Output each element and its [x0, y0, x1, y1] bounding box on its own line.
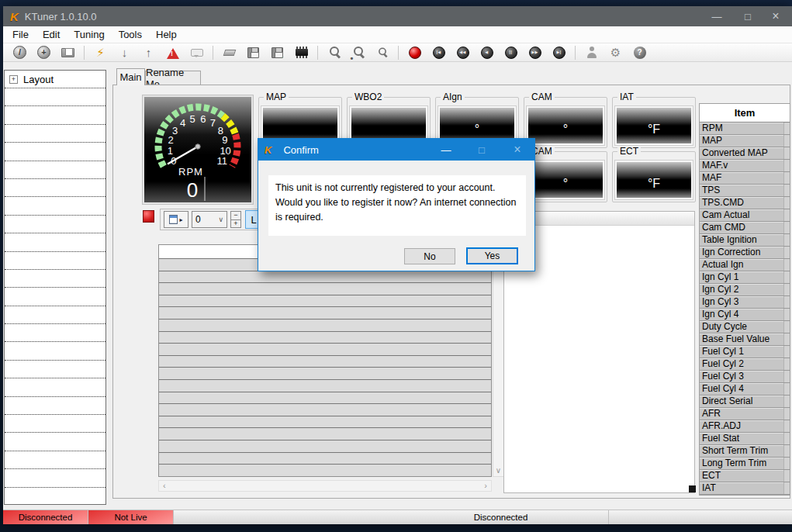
record-icon[interactable] — [403, 44, 427, 61]
close-button[interactable]: × — [763, 6, 789, 26]
item-row-map[interactable]: MAP — [700, 135, 790, 147]
table-horizontal-scrollbar[interactable]: ‹ › — [158, 480, 492, 492]
zoom-out-icon[interactable] — [370, 44, 394, 61]
tune-table-row[interactable] — [159, 356, 491, 368]
item-row-long-term-trim[interactable]: Long Term Trim — [700, 458, 790, 470]
zoom-select-icon[interactable]: • — [346, 44, 370, 61]
scroll-left-icon[interactable]: ‹ — [163, 482, 166, 490]
tab-rename-me[interactable]: Rename Me — [145, 71, 201, 85]
comment-icon[interactable] — [185, 44, 209, 61]
connect-icon[interactable]: + — [32, 44, 56, 61]
tune-table-row[interactable] — [159, 295, 491, 308]
title-bar[interactable]: K KTuner 1.0.10.0 — □ × — [3, 6, 792, 26]
tune-table-row[interactable] — [159, 307, 491, 320]
menu-file[interactable]: File — [5, 26, 36, 43]
item-row-ign-correction[interactable]: Ign Correction — [700, 247, 790, 259]
yes-button[interactable]: Yes — [466, 247, 518, 264]
datalist-panel[interactable]: Item RPMMAPConverted MAPMAF.vMAFTPSTPS.C… — [699, 103, 790, 496]
item-row-base-fuel-value[interactable]: Base Fuel Value — [700, 333, 790, 346]
item-row-ign-cyl-4[interactable]: Ign Cyl 4 — [700, 309, 790, 321]
item-row-actual-ign[interactable]: Actual Ign — [700, 259, 790, 271]
resize-grip[interactable] — [689, 485, 696, 492]
tune-table[interactable]: ∨ — [158, 244, 504, 477]
tune-table-row[interactable] — [159, 271, 491, 284]
item-row-ign-cyl-1[interactable]: Ign Cyl 1 — [700, 271, 790, 284]
tune-table-row[interactable] — [159, 404, 491, 416]
download-icon[interactable]: ↓ — [112, 44, 137, 61]
tune-table-row[interactable] — [159, 283, 491, 295]
item-row-fuel-cyl-3[interactable]: Fuel Cyl 3 — [700, 371, 790, 383]
item-row-fuel-cyl-2[interactable]: Fuel Cyl 2 — [700, 358, 790, 371]
disconnect-icon[interactable]: / — [8, 44, 32, 61]
item-row-direct-serial[interactable]: Direct Serial — [700, 396, 790, 408]
skip-end-icon[interactable]: ▶| — [547, 44, 571, 61]
item-row-converted-map[interactable]: Converted MAP — [700, 147, 790, 160]
tune-table-grid[interactable] — [158, 244, 492, 477]
menu-tools[interactable]: Tools — [112, 26, 149, 43]
item-row-duty-cycle[interactable]: Duty Cycle — [700, 321, 790, 333]
help-icon[interactable]: ? — [628, 44, 652, 61]
erase-icon[interactable] — [217, 44, 241, 61]
stepper-plus-button[interactable]: + — [230, 219, 241, 229]
item-row-ect[interactable]: ECT — [700, 470, 790, 482]
item-row-cam-actual[interactable]: Cam Actual — [700, 209, 790, 222]
item-row-tps[interactable]: TPS — [700, 185, 790, 197]
item-row-afr-adj[interactable]: AFR.ADJ — [700, 420, 790, 433]
warning-icon[interactable]: ! — [161, 44, 185, 61]
table-vertical-scrollbar[interactable]: ∨ — [493, 244, 504, 477]
zoom-icon[interactable] — [322, 44, 346, 61]
gear-select-dropdown[interactable]: 0 ∨ — [192, 211, 227, 228]
user-account-icon[interactable] — [579, 44, 604, 61]
tune-table-row[interactable] — [159, 453, 491, 465]
fast-forward-icon[interactable]: ▶▶ — [523, 44, 547, 61]
dialog-minimize-button[interactable]: — — [431, 139, 462, 161]
item-row-ign-cyl-2[interactable]: Ign Cyl 2 — [700, 284, 790, 296]
save-icon[interactable] — [241, 44, 265, 61]
tune-table-row[interactable] — [159, 416, 491, 429]
item-row-table-ignition[interactable]: Table Ignition — [700, 234, 790, 247]
menu-help[interactable]: Help — [149, 26, 184, 43]
fast-rewind-icon[interactable]: ◀◀ — [451, 44, 475, 61]
upload-icon[interactable]: ↑ — [137, 44, 161, 61]
table-select-button[interactable]: ▸ — [164, 211, 188, 228]
tune-table-row[interactable] — [159, 440, 491, 453]
item-row-fuel-cyl-4[interactable]: Fuel Cyl 4 — [700, 383, 790, 396]
tune-table-row[interactable] — [159, 332, 491, 344]
tune-table-row[interactable] — [159, 368, 491, 380]
pause-icon[interactable]: || — [499, 44, 523, 61]
save-import-icon[interactable]: → — [265, 44, 289, 61]
menu-tuning[interactable]: Tuning — [67, 26, 111, 43]
tune-table-row[interactable] — [159, 380, 491, 392]
settings-icon[interactable]: ⚙ — [604, 44, 628, 61]
menu-edit[interactable]: Edit — [36, 26, 67, 43]
scroll-down-icon[interactable]: ∨ — [496, 466, 501, 475]
tab-main[interactable]: Main — [116, 68, 145, 85]
tune-table-row[interactable] — [159, 428, 491, 440]
ecu-chip-icon[interactable] — [289, 44, 313, 61]
item-row-maf-v[interactable]: MAF.v — [700, 160, 790, 172]
item-row-iat[interactable]: IAT — [700, 482, 790, 495]
item-row-rpm[interactable]: RPM — [700, 123, 790, 135]
dialog-maximize-button[interactable]: □ — [466, 139, 497, 161]
flash-unit-icon[interactable]: ⚡ — [88, 44, 112, 61]
item-row-fuel-stat[interactable]: Fuel Stat — [700, 433, 790, 445]
maximize-button[interactable]: □ — [735, 6, 761, 26]
open-file-icon[interactable] — [56, 44, 80, 61]
item-row-cam-cmd[interactable]: Cam CMD — [700, 222, 790, 234]
tune-table-row[interactable] — [159, 392, 491, 405]
skip-start-icon[interactable]: |◀ — [427, 44, 451, 61]
tune-table-row[interactable] — [159, 320, 491, 332]
item-row-short-term-trim[interactable]: Short Term Trim — [700, 445, 790, 458]
item-row-ign-cyl-3[interactable]: Ign Cyl 3 — [700, 296, 790, 309]
minimize-button[interactable]: — — [704, 6, 730, 26]
item-row-fuel-cyl-1[interactable]: Fuel Cyl 1 — [700, 346, 790, 358]
item-row-afr[interactable]: AFR — [700, 408, 790, 420]
dialog-close-button[interactable]: × — [502, 139, 533, 161]
layout-tree-panel[interactable]: + Layout — [4, 70, 106, 505]
tune-table-row[interactable] — [159, 344, 491, 356]
tree-expand-button[interactable]: + — [9, 75, 18, 84]
tree-item-layout[interactable]: + Layout — [5, 71, 105, 88]
item-row-tps-cmd[interactable]: TPS.CMD — [700, 197, 790, 209]
scroll-right-icon[interactable]: › — [484, 482, 487, 490]
item-row-maf[interactable]: MAF — [700, 172, 790, 185]
